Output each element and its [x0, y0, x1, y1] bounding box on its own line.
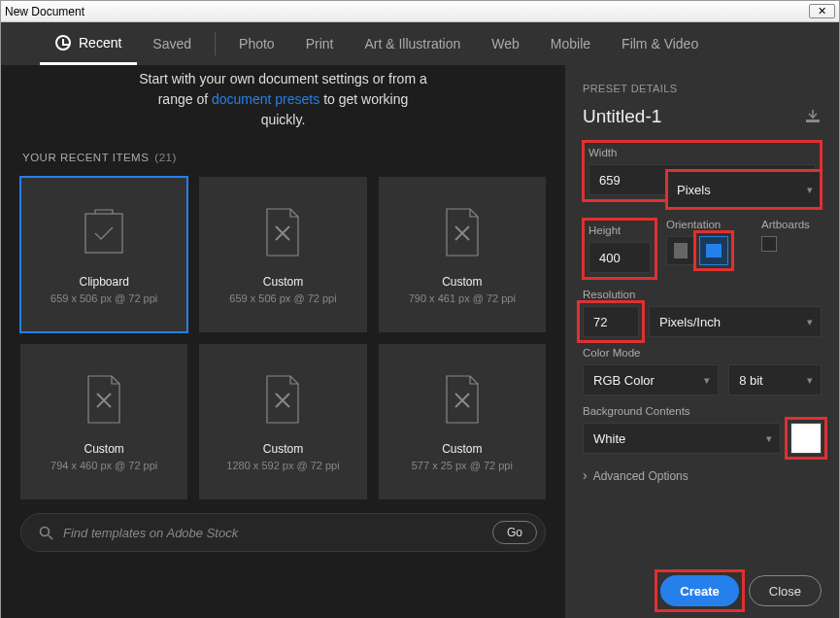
preset-grid: Clipboard 659 x 506 px @ 72 ppi Custom 6…	[20, 177, 546, 499]
search-go-button[interactable]: Go	[492, 521, 537, 544]
recent-items-label: YOUR RECENT ITEMS(21)	[22, 152, 546, 163]
card-title: Custom	[442, 442, 482, 456]
background-select[interactable]: White▾	[583, 423, 781, 454]
card-title: Custom	[84, 442, 123, 456]
tab-mobile[interactable]: Mobile	[535, 22, 606, 65]
svg-rect-0	[85, 214, 122, 253]
width-label: Width	[588, 147, 816, 158]
artboards-checkbox[interactable]	[761, 236, 777, 252]
tab-photo[interactable]: Photo	[223, 22, 290, 65]
chevron-down-icon: ▾	[766, 432, 772, 445]
card-title: Custom	[442, 275, 482, 289]
colormode-label: Color Mode	[583, 347, 822, 359]
orientation-label: Orientation	[666, 219, 752, 230]
resolution-label: Resolution	[583, 289, 822, 300]
document-icon	[78, 372, 130, 427]
bitdepth-select[interactable]: 8 bit▾	[728, 364, 822, 395]
chevron-down-icon: ▾	[807, 316, 813, 328]
tab-saved[interactable]: Saved	[137, 22, 207, 65]
template-search[interactable]: Find templates on Adobe Stock Go	[20, 513, 546, 552]
chevron-down-icon: ▾	[704, 374, 710, 387]
document-icon	[436, 372, 488, 427]
preset-card-custom[interactable]: Custom 790 x 461 px @ 72 ppi	[379, 177, 546, 332]
colormode-select[interactable]: RGB Color▾	[583, 364, 719, 395]
card-title: Custom	[263, 275, 303, 289]
card-subtitle: 1280 x 592 px @ 72 ppi	[226, 460, 339, 471]
search-placeholder: Find templates on Adobe Stock	[63, 526, 492, 540]
preset-card-custom[interactable]: Custom 794 x 460 px @ 72 ppi	[20, 344, 187, 499]
tab-recent[interactable]: Recent	[40, 22, 137, 65]
tab-divider	[215, 32, 216, 55]
preset-card-clipboard[interactable]: Clipboard 659 x 506 px @ 72 ppi	[20, 177, 187, 332]
resolution-input[interactable]: 72	[583, 306, 639, 337]
create-button[interactable]: Create	[660, 575, 738, 606]
card-subtitle: 790 x 461 px @ 72 ppi	[409, 292, 516, 304]
preset-details-panel: PRESET DETAILS Untitled-1 Width 659	[565, 65, 839, 618]
tab-web[interactable]: Web	[476, 22, 535, 65]
orientation-landscape-button[interactable]	[699, 236, 728, 265]
units-select[interactable]: Pixels▾	[666, 170, 822, 209]
card-title: Clipboard	[79, 275, 128, 289]
document-icon	[256, 372, 309, 427]
window-title: New Document	[5, 5, 84, 18]
titlebar: New Document ✕	[1, 1, 839, 22]
tab-art-illustration[interactable]: Art & Illustration	[349, 22, 476, 65]
save-preset-icon[interactable]	[804, 110, 822, 123]
tab-print[interactable]: Print	[290, 22, 350, 65]
advanced-options-toggle[interactable]: Advanced Options	[583, 467, 822, 483]
tab-film-video[interactable]: Film & Video	[606, 22, 714, 65]
category-tabs: Recent Saved Photo Print Art & Illustrat…	[1, 22, 839, 65]
clipboard-icon	[78, 205, 130, 259]
svg-point-1	[41, 527, 50, 535]
card-subtitle: 577 x 25 px @ 72 ppi	[412, 460, 513, 471]
preset-card-custom[interactable]: Custom 659 x 506 px @ 72 ppi	[199, 177, 366, 332]
chevron-down-icon: ▾	[807, 374, 813, 387]
preset-details-header: PRESET DETAILS	[583, 83, 822, 94]
card-subtitle: 794 x 460 px @ 72 ppi	[50, 460, 157, 471]
resolution-units-select[interactable]: Pixels/Inch▾	[649, 306, 822, 337]
card-subtitle: 659 x 506 px @ 72 ppi	[50, 292, 157, 304]
artboards-label: Artboards	[761, 219, 822, 230]
chevron-down-icon: ▾	[807, 184, 813, 196]
card-subtitle: 659 x 506 px @ 72 ppi	[229, 292, 336, 304]
document-name-input[interactable]: Untitled-1	[583, 106, 661, 127]
document-presets-link[interactable]: document presets	[212, 91, 319, 107]
height-label: Height	[588, 224, 651, 236]
recent-icon	[55, 35, 71, 51]
height-input[interactable]: 400	[588, 242, 651, 273]
preset-card-custom[interactable]: Custom 1280 x 592 px @ 72 ppi	[199, 344, 366, 499]
background-label: Background Contents	[583, 405, 822, 417]
intro-text: Start with your own document settings or…	[20, 65, 546, 148]
document-icon	[436, 205, 488, 259]
document-icon	[256, 205, 309, 259]
card-title: Custom	[263, 442, 303, 456]
window-close-button[interactable]: ✕	[809, 4, 835, 18]
orientation-portrait-button[interactable]	[666, 236, 695, 265]
close-button[interactable]: Close	[749, 575, 822, 606]
background-color-swatch[interactable]	[790, 423, 822, 454]
preset-card-custom[interactable]: Custom 577 x 25 px @ 72 ppi	[379, 344, 546, 499]
search-icon	[39, 526, 53, 540]
